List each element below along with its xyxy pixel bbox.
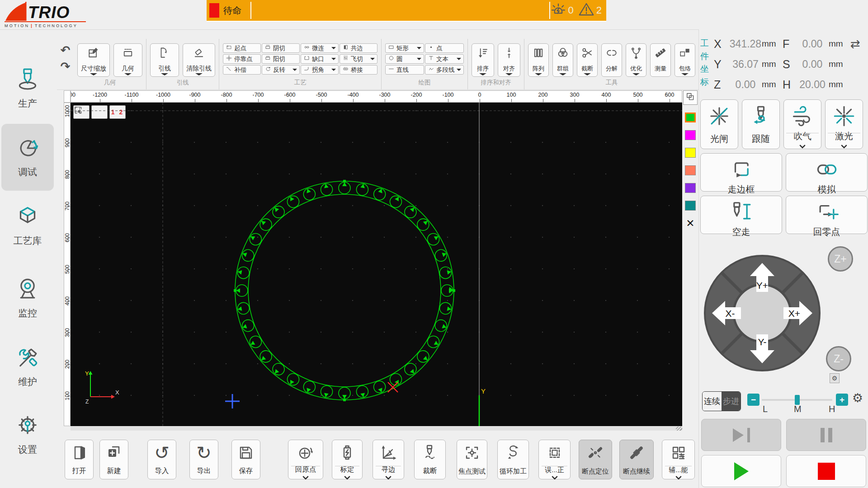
bottom-button[interactable]: 打开 <box>65 440 94 479</box>
dropdown-caret-icon[interactable] <box>417 47 421 49</box>
dropdown-caret-icon[interactable] <box>331 47 336 49</box>
palette-color-swatch[interactable] <box>685 148 696 158</box>
view-3d-button[interactable] <box>683 90 698 105</box>
sidebar-item-1[interactable]: 生产 <box>1 55 54 122</box>
dropdown-caret-icon[interactable] <box>90 73 97 75</box>
chevron-down-icon[interactable] <box>344 474 350 480</box>
bottom-button[interactable]: 断点继续 <box>619 440 654 479</box>
chevron-down-icon[interactable] <box>799 142 806 149</box>
speed-settings-icon[interactable]: ⚙ <box>852 392 863 404</box>
ribbon-button[interactable]: 矩形 <box>385 43 424 53</box>
resize-grip-icon[interactable] <box>676 427 682 431</box>
dropdown-caret-icon[interactable] <box>331 69 336 71</box>
dropdown-caret-icon[interactable] <box>559 73 566 75</box>
chevron-down-icon[interactable] <box>675 474 681 480</box>
ribbon-button[interactable]: 几何 <box>113 43 142 77</box>
ribbon-button[interactable]: 尺寸缩放 <box>77 43 110 77</box>
bottom-button[interactable]: 回原点 <box>288 440 323 479</box>
bottom-button[interactable]: ↺导入 <box>147 440 176 479</box>
palette-color-swatch[interactable] <box>685 130 696 140</box>
dropdown-caret-icon[interactable] <box>632 73 640 75</box>
machine-button[interactable]: 跟随 <box>742 99 780 149</box>
ribbon-button[interactable]: 分解 <box>601 43 622 77</box>
ribbon-button[interactable]: 起点 <box>223 43 261 53</box>
swap-coords-icon[interactable]: ⇄ <box>850 38 860 50</box>
ribbon-button[interactable]: 桥接 <box>340 65 377 75</box>
ribbon-button[interactable]: 补偿 <box>223 65 261 75</box>
speed-slider-handle[interactable] <box>795 395 800 405</box>
bottom-button[interactable]: 寻边 <box>373 440 404 479</box>
dropdown-caret-icon[interactable] <box>457 69 461 71</box>
dropdown-caret-icon[interactable] <box>292 69 297 71</box>
bottom-button[interactable]: 裁断 <box>414 440 446 479</box>
dropdown-caret-icon[interactable] <box>584 73 591 75</box>
bottom-button[interactable]: 断点定位 <box>579 440 612 479</box>
ribbon-button[interactable]: 包络 <box>675 43 695 77</box>
ribbon-button[interactable]: 截断 <box>577 43 598 77</box>
dropdown-caret-icon[interactable] <box>195 73 203 75</box>
sidebar-item-6[interactable]: 设置 <box>1 401 54 468</box>
bottom-button[interactable]: 新建 <box>99 440 128 479</box>
bottom-button[interactable]: 误...正 <box>538 440 571 479</box>
dropdown-caret-icon[interactable] <box>505 73 513 75</box>
ribbon-button[interactable]: 对齐 <box>498 43 520 77</box>
speed-slider-track[interactable] <box>762 399 832 401</box>
palette-color-swatch[interactable] <box>685 201 696 211</box>
dropdown-caret-icon[interactable] <box>457 58 461 60</box>
ribbon-button[interactable]: 阵列 <box>528 43 549 77</box>
sidebar-item-3[interactable]: 工艺库 <box>1 192 54 259</box>
bottom-button[interactable]: 辅...能 <box>662 440 695 479</box>
bottom-button[interactable]: 保存 <box>231 440 260 479</box>
chevron-down-icon[interactable] <box>302 474 309 480</box>
sidebar-item-4[interactable]: 监控 <box>1 265 54 332</box>
jog-settings-button[interactable]: ⚙ <box>830 373 840 383</box>
ribbon-button[interactable]: 圆 <box>385 54 424 64</box>
bottom-button[interactable]: 焦点测试 <box>457 440 487 479</box>
jog-mode-toggle[interactable]: 连续 步进 <box>702 391 741 411</box>
speed-plus-button[interactable]: + <box>836 394 848 406</box>
ribbon-button[interactable]: 测量 <box>650 43 671 77</box>
dropdown-caret-icon[interactable] <box>331 58 336 60</box>
ribbon-button[interactable]: 共边 <box>340 43 377 53</box>
bottom-button[interactable]: 标定 <box>332 440 363 479</box>
dropdown-caret-icon[interactable] <box>535 73 542 75</box>
drawing-canvas[interactable]: 1 2 YYXZ <box>71 103 682 426</box>
palette-color-swatch[interactable] <box>685 183 696 193</box>
jog-z-minus-button[interactable]: Z- <box>826 346 851 371</box>
start-button[interactable] <box>701 455 781 487</box>
machine-button[interactable]: 空走 <box>700 196 782 234</box>
dropdown-caret-icon[interactable] <box>479 73 486 75</box>
dropdown-caret-icon[interactable] <box>124 73 132 75</box>
dropdown-caret-icon[interactable] <box>417 58 421 60</box>
skip-forward-button[interactable] <box>701 419 781 451</box>
ribbon-button[interactable]: 文本 <box>425 54 464 64</box>
ribbon-button[interactable]: 排序 <box>472 43 494 77</box>
ribbon-button[interactable]: 多段线 <box>425 65 464 75</box>
machine-button[interactable]: 光闸 <box>700 99 738 149</box>
undo-icon[interactable]: ↶ <box>61 44 71 56</box>
ribbon-button[interactable]: 群组 <box>552 43 573 77</box>
stop-button[interactable] <box>786 455 866 487</box>
sidebar-item-2[interactable]: 调试 <box>1 124 54 191</box>
palette-color-swatch[interactable] <box>685 113 696 122</box>
ribbon-button[interactable]: 缺口 <box>301 54 339 64</box>
ribbon-button[interactable]: 飞切 <box>340 54 377 64</box>
ribbon-button[interactable]: 停靠点 <box>223 54 261 64</box>
ribbon-button[interactable]: 点 <box>425 43 464 53</box>
alarm-counter[interactable]: 0 2 <box>550 1 607 19</box>
machine-button[interactable]: 走边框 <box>700 153 782 192</box>
dropdown-caret-icon[interactable] <box>161 73 168 75</box>
chevron-down-icon[interactable] <box>551 474 557 480</box>
redo-icon[interactable]: ↷ <box>61 61 71 72</box>
close-icon[interactable]: ✕ <box>686 218 694 229</box>
palette-color-swatch[interactable] <box>685 165 696 175</box>
ribbon-button[interactable]: 拐角 <box>301 65 339 75</box>
machine-button[interactable]: 吹气 <box>783 99 821 149</box>
machine-button[interactable]: 激光 <box>825 99 863 149</box>
dropdown-caret-icon[interactable] <box>681 73 689 75</box>
ribbon-button[interactable]: 阴切 <box>262 43 300 53</box>
ribbon-button[interactable]: 微连 <box>301 43 339 53</box>
machine-button[interactable]: 模拟 <box>786 153 868 192</box>
jog-z-plus-button[interactable]: Z+ <box>828 246 853 272</box>
chevron-down-icon[interactable] <box>841 142 847 149</box>
